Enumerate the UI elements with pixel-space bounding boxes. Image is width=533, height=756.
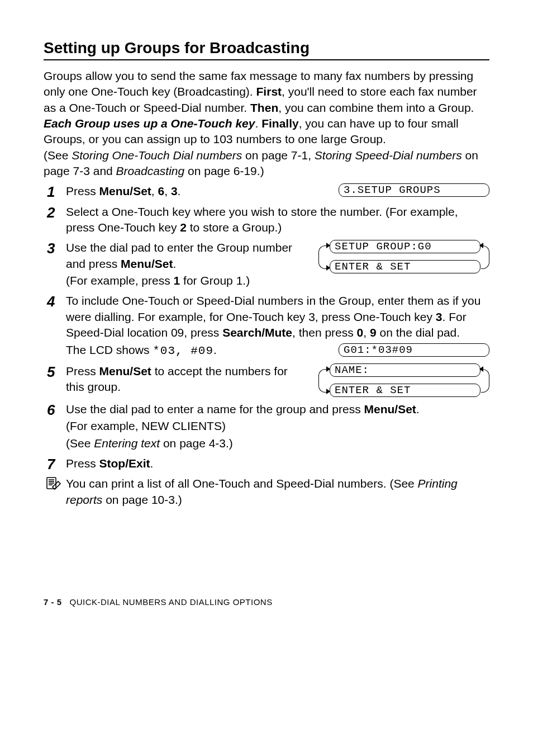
lcd-g01: G01:*03#09: [339, 343, 489, 357]
ref-entering-text: Entering text: [94, 437, 160, 450]
text: for Group 1.): [180, 274, 250, 287]
intro-then: Then: [250, 101, 278, 114]
step-text: Press Stop/Exit.: [66, 456, 489, 471]
intro-first: First: [256, 85, 282, 98]
footer-page: 7 - 5: [44, 597, 62, 607]
text: The LCD shows: [66, 343, 153, 356]
lcd-code: *03, #09: [153, 344, 213, 357]
step-text: Select a One-Touch key where you wish to…: [66, 204, 489, 236]
key-9: 9: [370, 326, 377, 339]
lcd-enter-set: ENTER & SET: [330, 384, 480, 397]
text: .: [416, 403, 420, 415]
text: ,: [363, 326, 370, 339]
lcd-name: NAME:: [330, 363, 480, 377]
key-menuset: Menu/Set: [364, 403, 416, 415]
lcd-enter-set: ENTER & SET: [330, 260, 480, 273]
note-icon: [44, 476, 63, 498]
text: ,: [151, 185, 158, 197]
text: ,: [164, 185, 171, 197]
arrowhead-icon: [326, 265, 330, 271]
steps-list: 3.SETUP GROUPS Press Menu/Set, 6, 3. Sel…: [44, 183, 489, 471]
step-subtext: (See Entering text on page 4-3.): [66, 436, 489, 451]
key-3: 3: [436, 310, 442, 323]
key-0: 0: [357, 326, 364, 339]
key-searchmute: Search/Mute: [222, 326, 292, 339]
text: (See: [66, 437, 94, 450]
step-subtext: (For example, NEW CLIENTS): [66, 418, 489, 434]
step-subtext: (For example, press 1 for Group 1.): [66, 273, 489, 289]
key-menuset: Menu/Set: [99, 365, 151, 377]
step-text: Use the dial pad to enter a name for the…: [66, 401, 489, 417]
document-page: Setting up Groups for Broadcasting Group…: [0, 0, 533, 635]
key-3: 3: [171, 185, 178, 197]
intro-paragraph: Groups allow you to send the same fax me…: [44, 68, 489, 179]
text: Use the dial pad to enter the Group numb…: [66, 241, 292, 270]
text: You can print a list of all One-Touch an…: [66, 477, 418, 490]
intro-finally: Finally: [261, 117, 299, 130]
page-footer: 7 - 5 QUICK-DIAL NUMBERS AND DIALLING OP…: [44, 597, 489, 607]
step-5: NAME: ENTER & SET Press Menu/Set to acce…: [44, 363, 489, 397]
text: Press: [66, 365, 99, 377]
intro-text: on page 7-1,: [242, 149, 315, 162]
step-7: Press Stop/Exit.: [44, 456, 489, 471]
key-1: 1: [174, 274, 180, 287]
step-3: SETUP GROUP:G0 ENTER & SET Use the dial …: [44, 240, 489, 289]
arrowhead-icon: [326, 366, 330, 372]
text: Press: [66, 457, 99, 470]
text: on the dial pad.: [377, 326, 460, 339]
lcd-stack-setup-group: SETUP GROUP:G0 ENTER & SET: [316, 240, 489, 273]
arrowhead-icon: [479, 366, 483, 372]
intro-text: , you can combine them into a Group.: [278, 101, 474, 114]
intro-ref: Storing One-Touch Dial numbers: [72, 149, 242, 162]
text: to store a Group.): [187, 221, 282, 234]
key-2: 2: [180, 221, 187, 234]
step-6: Use the dial pad to enter a name for the…: [44, 401, 489, 451]
key-6: 6: [158, 185, 165, 197]
text: Press: [66, 185, 99, 197]
step-4: To include One-Touch or Speed-Dial numbe…: [44, 293, 489, 358]
text: .: [150, 457, 154, 470]
key-stopexit: Stop/Exit: [99, 457, 150, 470]
text: .: [173, 257, 176, 270]
lcd-stack-name: NAME: ENTER & SET: [316, 363, 489, 397]
intro-ref: Storing Speed-Dial numbers: [315, 149, 462, 162]
key-menuset: Menu/Set: [121, 257, 173, 270]
text: .: [213, 343, 217, 356]
lcd-setup-group-g0: SETUP GROUP:G0: [330, 240, 480, 253]
note: You can print a list of all One-Touch an…: [44, 476, 489, 508]
intro-text: .: [255, 117, 261, 130]
text: (For example, press: [66, 274, 174, 287]
section-heading: Setting up Groups for Broadcasting: [44, 39, 489, 60]
step-1: 3.SETUP GROUPS Press Menu/Set, 6, 3.: [44, 183, 489, 199]
footer-chapter: QUICK-DIAL NUMBERS AND DIALLING OPTIONS: [70, 597, 273, 607]
note-text: You can print a list of all One-Touch an…: [66, 476, 489, 508]
intro-see: (See: [44, 149, 72, 162]
text: .: [178, 185, 181, 197]
arrowhead-icon: [479, 243, 483, 248]
lcd-setup-groups: 3.SETUP GROUPS: [339, 183, 489, 197]
text: , then press: [292, 326, 357, 339]
arrowhead-icon: [326, 389, 330, 394]
text: on page 10-3.): [102, 493, 182, 506]
text: on page 4-3.): [160, 437, 233, 450]
text: Use the dial pad to enter a name for the…: [66, 403, 364, 415]
intro-text: on page 6-19.): [184, 164, 264, 177]
intro-ref: Broadcasting: [116, 164, 185, 177]
step-text: To include One-Touch or Speed-Dial numbe…: [66, 293, 489, 341]
step-2: Select a One-Touch key where you wish to…: [44, 204, 489, 236]
text: To include One-Touch or Speed-Dial numbe…: [66, 294, 480, 323]
arrowhead-icon: [326, 243, 330, 248]
key-menuset: Menu/Set: [99, 185, 151, 197]
intro-each-group: Each Group uses up a One-Touch key: [44, 117, 255, 130]
